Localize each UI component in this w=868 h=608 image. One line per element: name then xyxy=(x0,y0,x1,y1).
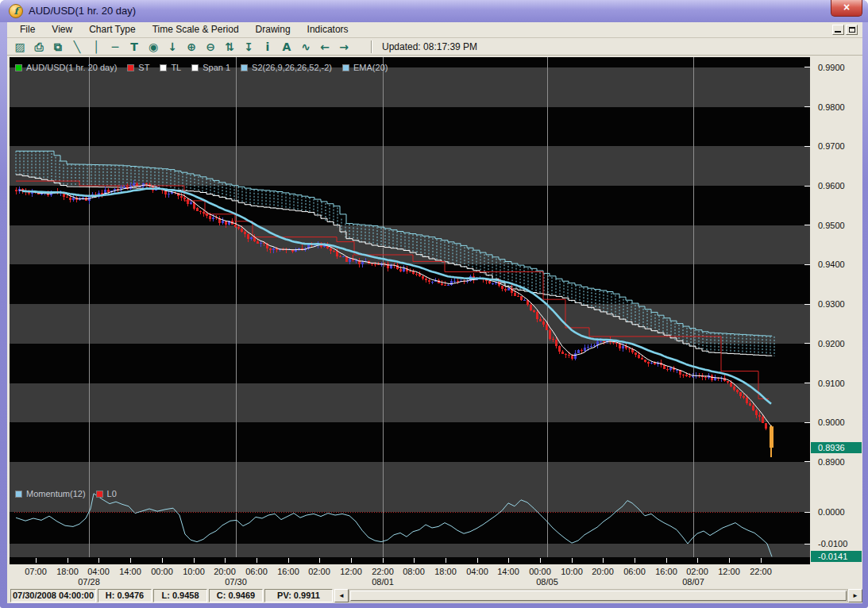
y-axis-label: 0.9800 xyxy=(818,102,861,112)
status-field: C: 0.9469 xyxy=(209,589,263,602)
status-field: L: 0.9458 xyxy=(153,589,207,602)
y-axis-label: 0.9400 xyxy=(818,260,861,269)
annotation-icon[interactable]: A xyxy=(280,39,293,55)
status-bar: 07/30/2008 04:00:00H: 0.9476L: 0.9458C: … xyxy=(7,587,862,603)
zoom-out-icon[interactable]: ⊖ xyxy=(204,39,217,55)
time-tick-label: 08:00 xyxy=(398,567,430,576)
mdi-buttons xyxy=(832,25,858,35)
updated-timestamp: Updated: 08:17:39 PM xyxy=(382,41,477,52)
horizontal-line-tool-icon[interactable]: ─ xyxy=(109,39,122,55)
time-tick-label: 16:00 xyxy=(272,567,304,576)
copy-icon[interactable]: ⧉ xyxy=(52,39,64,55)
app-window: f AUD/USD(1 hr. 20 day) × FileViewChart … xyxy=(0,0,868,608)
time-tick-label: 12:00 xyxy=(713,567,745,576)
menu-bar: FileViewChart TypeTime Scale & PeriodDra… xyxy=(7,22,862,38)
import-icon[interactable]: ↧ xyxy=(242,39,255,55)
window-title: AUD/USD(1 hr. 20 day) xyxy=(29,0,136,21)
title-bar[interactable]: f AUD/USD(1 hr. 20 day) × xyxy=(0,0,868,22)
legend-swatch-icon xyxy=(127,64,134,71)
status-field: 07/30/2008 04:00:00 xyxy=(10,589,96,602)
close-icon: × xyxy=(843,1,850,13)
legend-label: AUD/USD(1 hr. 20 day) xyxy=(26,63,117,72)
time-tick-label: 20:00 xyxy=(209,567,241,576)
close-button[interactable]: × xyxy=(831,0,862,17)
chart-icon[interactable]: ▨ xyxy=(14,39,26,55)
menu-chart-type[interactable]: Chart Type xyxy=(81,22,143,37)
menu-time-scale-period[interactable]: Time Scale & Period xyxy=(145,22,247,37)
scroll-left-button[interactable]: ◄ xyxy=(334,589,349,602)
time-tick-label: 10:00 xyxy=(178,567,210,576)
time-tick-label: 16:00 xyxy=(650,567,682,576)
legend-label: TL xyxy=(171,63,181,72)
point-tool-icon[interactable]: ◉ xyxy=(147,39,160,55)
toolbar-separator xyxy=(371,40,372,53)
legend-swatch-icon xyxy=(15,64,22,71)
arrow-left-icon[interactable]: ← xyxy=(318,39,331,55)
status-field: H: 0.9476 xyxy=(98,589,152,602)
legend-label: Momentum(12) xyxy=(26,489,86,498)
info-icon[interactable]: i xyxy=(261,39,274,55)
legend-label: ST xyxy=(138,63,149,72)
scale-icon[interactable]: ⇅ xyxy=(223,39,236,55)
y-axis-label: 0.0000 xyxy=(818,507,861,517)
y-axis-label: 0.9700 xyxy=(818,141,861,151)
legend-label: L0 xyxy=(107,489,117,498)
print-icon[interactable]: ⎙ xyxy=(33,39,45,55)
scroll-right-button[interactable]: ► xyxy=(848,589,862,602)
legend-label: EMA(20) xyxy=(353,63,388,72)
y-axis-label: 0.9000 xyxy=(818,418,861,427)
time-tick-label: 04:00 xyxy=(83,567,114,576)
legend-swatch-icon xyxy=(160,64,167,71)
legend-swatch-icon xyxy=(96,491,103,498)
trendline-tool-icon[interactable]: ╲ xyxy=(71,39,83,55)
restore-button[interactable] xyxy=(846,25,858,35)
time-tick-label: 18:00 xyxy=(430,567,461,576)
arrow-down-icon[interactable]: ↓ xyxy=(166,39,179,55)
y-axis-label: 0.9900 xyxy=(818,63,861,72)
time-tick-label: 02:00 xyxy=(303,567,335,576)
app-icon: f xyxy=(9,4,23,18)
scrollbar-thumb[interactable] xyxy=(350,591,847,601)
y-axis-label: 0.9100 xyxy=(818,379,861,388)
time-tick-label: 14:00 xyxy=(114,567,146,576)
legend-swatch-icon xyxy=(241,64,248,71)
price-chart-svg[interactable] xyxy=(10,57,810,564)
y-axis-label: 0.9500 xyxy=(818,221,861,230)
time-tick-label: 20:00 xyxy=(587,567,619,576)
menu-indicators[interactable]: Indicators xyxy=(299,22,357,37)
y-axis-label: 0.8900 xyxy=(818,457,861,467)
vertical-line-tool-icon[interactable]: │ xyxy=(90,39,102,55)
menu-drawing[interactable]: Drawing xyxy=(248,22,299,37)
time-axis[interactable]: 07:0018:0004:0014:0000:0010:0020:0006:00… xyxy=(7,564,810,587)
restore-icon xyxy=(849,27,855,33)
time-tick-label: 22:00 xyxy=(367,567,399,576)
scrollbar-track[interactable] xyxy=(349,589,848,602)
legend-swatch-icon xyxy=(342,64,349,71)
time-tick-label: 06:00 xyxy=(619,567,650,576)
time-tick-label: 06:00 xyxy=(241,567,272,576)
y-axis-label: 0.9200 xyxy=(818,339,861,348)
menu-file[interactable]: File xyxy=(12,22,43,37)
time-tick-label: 18:00 xyxy=(52,567,83,576)
time-tick-label: 14:00 xyxy=(492,567,524,576)
time-tick-label: 04:00 xyxy=(461,567,493,576)
menu-view[interactable]: View xyxy=(44,22,80,37)
y-axis-label: -0.0100 xyxy=(818,539,861,548)
y-axis-label: 0.9600 xyxy=(818,181,861,190)
time-tick-label: 00:00 xyxy=(146,567,178,576)
time-tick-label: 12:00 xyxy=(335,567,367,576)
legend-label: S2(26,9,26,26,52,-2) xyxy=(252,63,332,72)
crosshair-icon[interactable]: ∿ xyxy=(299,39,312,55)
momentum-legend: Momentum(12)L0 xyxy=(15,489,127,498)
chart-legend: AUD/USD(1 hr. 20 day)STTLSpan 1S2(26,9,2… xyxy=(15,63,398,72)
zoom-in-icon[interactable]: ⊕ xyxy=(185,39,198,55)
text-tool-icon[interactable]: T xyxy=(128,39,141,55)
legend-swatch-icon xyxy=(15,491,22,498)
time-tick-label: 02:00 xyxy=(681,567,713,576)
time-tick-label: 07:00 xyxy=(20,567,52,576)
arrow-right-icon[interactable]: → xyxy=(338,39,350,55)
date-tick-label: 07/30 xyxy=(218,577,253,587)
time-tick-label: 00:00 xyxy=(524,567,556,576)
date-tick-label: 07/28 xyxy=(71,577,106,587)
minimize-button[interactable] xyxy=(832,25,844,35)
